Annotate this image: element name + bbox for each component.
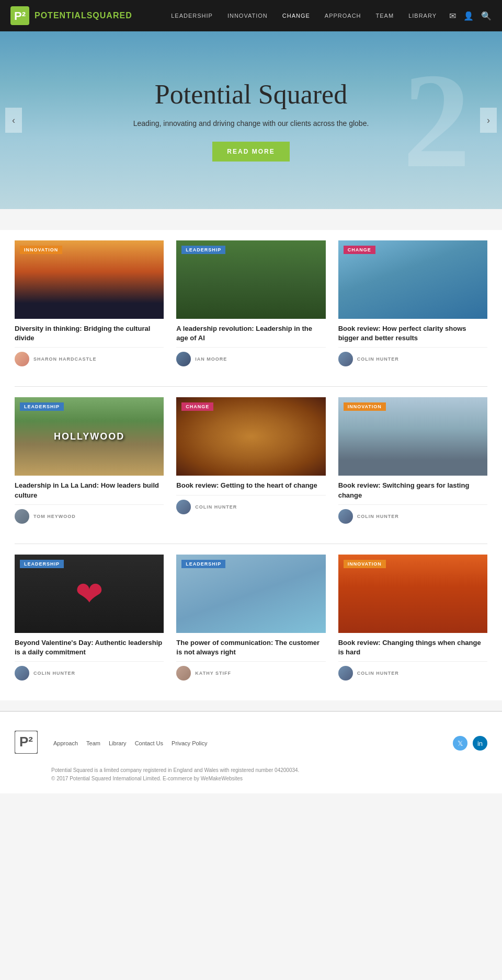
footer-socials: 𝕏 in	[453, 736, 487, 751]
hero-content: Potential Squared Leading, innovating an…	[133, 79, 369, 162]
card-title-1: A leadership revolution: Leadership in t…	[176, 324, 325, 343]
nav-link-library[interactable]: LIBRARY	[401, 0, 444, 31]
card-badge-0: INNOVATION	[20, 246, 62, 254]
footer-link-privacy[interactable]: Privacy Policy	[172, 740, 207, 746]
heart-icon: ❤	[75, 574, 104, 613]
card-image-7: LEADERSHIP	[176, 555, 325, 633]
nav-link-team[interactable]: TEAM	[369, 0, 402, 31]
card-author-3: TOM HEYWOOD	[15, 504, 164, 528]
footer-link-approach[interactable]: Approach	[53, 740, 78, 746]
hero-prev-button[interactable]: ‹	[5, 108, 22, 133]
card-badge-8: INNOVATION	[344, 560, 386, 568]
logo-text: POTENTIALSQUARED	[35, 11, 132, 20]
author-name-8: COLIN HUNTER	[357, 671, 399, 676]
footer-link-library[interactable]: Library	[109, 740, 127, 746]
hero-watermark: 2	[403, 52, 471, 188]
author-avatar-8	[338, 666, 353, 681]
card-title-7: The power of communication: The customer…	[176, 638, 325, 657]
articles-grid: INNOVATION Diversity in thinking: Bridgi…	[0, 230, 502, 700]
author-name-4: COLIN HUNTER	[195, 504, 237, 510]
card-image-2: CHANGE	[338, 240, 487, 319]
author-name-6: COLIN HUNTER	[33, 671, 75, 676]
footer-top: P² Approach Team Library Contact Us Priv…	[15, 731, 487, 756]
footer-legal: Potential Squared is a limited company r…	[51, 766, 487, 783]
card-image-6: ❤ LEADERSHIP	[15, 555, 164, 633]
hero-read-more-button[interactable]: READ MORE	[212, 142, 289, 162]
article-card-7[interactable]: LEADERSHIP The power of communication: T…	[176, 555, 325, 685]
card-badge-2: CHANGE	[344, 246, 375, 254]
nav-link-leadership[interactable]: LEADERSHIP	[164, 0, 220, 31]
article-card-6[interactable]: ❤ LEADERSHIP Beyond Valentine's Day: Aut…	[15, 555, 164, 685]
footer-link-contact[interactable]: Contact Us	[135, 740, 163, 746]
card-badge-5: INNOVATION	[344, 402, 386, 411]
author-name-3: TOM HEYWOOD	[33, 514, 76, 519]
card-title-0: Diversity in thinking: Bridging the cult…	[15, 324, 164, 343]
hero-title: Potential Squared	[133, 79, 369, 110]
author-name-7: KATHY STIFF	[195, 671, 231, 676]
grid-row-1: INNOVATION Diversity in thinking: Bridgi…	[15, 230, 487, 386]
footer-legal-text-1: Potential Squared is a limited company r…	[51, 766, 487, 775]
svg-text:P²: P²	[14, 9, 26, 22]
nav-link-change[interactable]: CHANGE	[275, 0, 317, 31]
author-avatar-0	[15, 352, 29, 366]
article-card-0[interactable]: INNOVATION Diversity in thinking: Bridgi…	[15, 240, 164, 371]
card-author-5: COLIN HUNTER	[338, 504, 487, 528]
nav-link-innovation[interactable]: INNOVATION	[220, 0, 275, 31]
user-icon[interactable]: 👤	[463, 11, 474, 21]
nav-link-approach[interactable]: APPROACH	[317, 0, 369, 31]
article-card-2[interactable]: CHANGE Book review: How perfect clarity …	[338, 240, 487, 371]
linkedin-icon[interactable]: in	[473, 736, 487, 751]
card-title-5: Book review: Switching gears for lasting…	[338, 481, 487, 500]
card-author-7: KATHY STIFF	[176, 661, 325, 685]
card-badge-7: LEADERSHIP	[181, 560, 225, 568]
article-card-3[interactable]: HOLLYWOOD LEADERSHIP Leadership in La La…	[15, 397, 164, 527]
card-title-6: Beyond Valentine's Day: Authentic leader…	[15, 638, 164, 657]
card-author-6: COLIN HUNTER	[15, 661, 164, 685]
logo[interactable]: P² POTENTIALSQUARED	[10, 6, 132, 25]
hero-next-button[interactable]: ›	[480, 108, 497, 133]
author-avatar-3	[15, 509, 29, 524]
card-author-2: COLIN HUNTER	[338, 347, 487, 371]
twitter-icon[interactable]: 𝕏	[453, 736, 467, 751]
author-avatar-6	[15, 666, 29, 681]
card-image-3: HOLLYWOOD LEADERSHIP	[15, 397, 164, 476]
grid-row-3: ❤ LEADERSHIP Beyond Valentine's Day: Aut…	[15, 544, 487, 700]
card-author-1: IAN MOORE	[176, 347, 325, 371]
author-avatar-2	[338, 352, 353, 366]
footer: P² Approach Team Library Contact Us Priv…	[0, 711, 502, 793]
nav-icons: ✉ 👤 🔍	[449, 11, 492, 21]
footer-logo[interactable]: P²	[15, 731, 38, 756]
svg-text:P²: P²	[19, 734, 33, 750]
card-badge-6: LEADERSHIP	[20, 560, 64, 568]
search-icon[interactable]: 🔍	[481, 11, 492, 21]
article-card-4[interactable]: CHANGE Book review: Getting to the heart…	[176, 397, 325, 527]
card-author-0: SHARON HARDCASTLE	[15, 347, 164, 371]
card-image-1: LEADERSHIP	[176, 240, 325, 319]
card-image-4: CHANGE	[176, 397, 325, 476]
author-avatar-5	[338, 509, 353, 524]
author-name-5: COLIN HUNTER	[357, 514, 399, 519]
card-title-8: Book review: Changing things when change…	[338, 638, 487, 657]
author-name-1: IAN MOORE	[195, 356, 227, 362]
article-card-1[interactable]: LEADERSHIP A leadership revolution: Lead…	[176, 240, 325, 371]
footer-links: Approach Team Library Contact Us Privacy…	[53, 740, 453, 746]
card-image-5: INNOVATION	[338, 397, 487, 476]
author-avatar-7	[176, 666, 191, 681]
card-image-8: INNOVATION	[338, 555, 487, 633]
author-avatar-1	[176, 352, 191, 366]
logo-icon: P²	[10, 6, 29, 25]
footer-link-team[interactable]: Team	[86, 740, 100, 746]
card-author-8: COLIN HUNTER	[338, 661, 487, 685]
footer-legal-text-2: © 2017 Potential Squared International L…	[51, 775, 487, 783]
author-avatar-4	[176, 500, 191, 514]
article-card-8[interactable]: INNOVATION Book review: Changing things …	[338, 555, 487, 685]
footer-logo-icon: P²	[15, 731, 38, 754]
author-name-2: COLIN HUNTER	[357, 356, 399, 362]
grid-row-2: HOLLYWOOD LEADERSHIP Leadership in La La…	[15, 387, 487, 543]
card-image-0: INNOVATION	[15, 240, 164, 319]
card-author-4: COLIN HUNTER	[176, 495, 325, 518]
card-title-3: Leadership in La La Land: How leaders bu…	[15, 481, 164, 500]
card-badge-3: LEADERSHIP	[20, 402, 64, 411]
mail-icon[interactable]: ✉	[449, 11, 456, 21]
article-card-5[interactable]: INNOVATION Book review: Switching gears …	[338, 397, 487, 527]
